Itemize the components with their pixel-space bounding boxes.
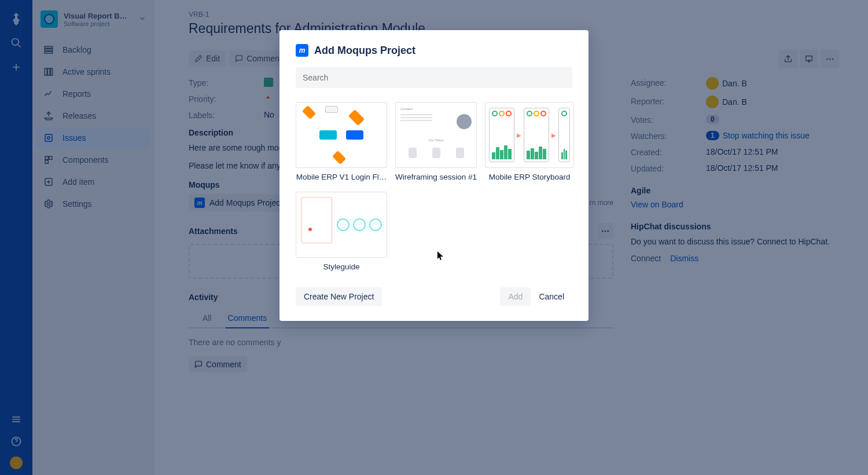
project-grid: Mobile ERP V1 Login Fl… Content Our Team… — [296, 102, 572, 271]
cancel-button[interactable]: Cancel — [531, 287, 572, 306]
create-new-project-button[interactable]: Create New Project — [296, 287, 382, 306]
moqups-logo-icon: m — [296, 44, 308, 57]
project-card[interactable]: Styleguide — [296, 192, 387, 271]
project-name: Styleguide — [296, 262, 387, 271]
search-input[interactable] — [296, 67, 572, 88]
project-name: Wireframing session #1 — [395, 173, 477, 181]
add-moqups-modal: m Add Moqups Project Mobile ERP V1 Login… — [279, 30, 589, 321]
project-thumbnail — [296, 102, 387, 168]
add-button[interactable]: Add — [500, 287, 531, 306]
project-thumbnail: ▶ ▶ — [485, 102, 574, 168]
modal-title: Add Moqups Project — [314, 45, 415, 57]
project-thumbnail — [296, 192, 387, 258]
project-card[interactable]: Content Our Team Wireframing session #1 — [395, 102, 477, 181]
project-card[interactable]: Mobile ERP V1 Login Fl… — [296, 102, 387, 181]
project-name: Mobile ERP V1 Login Fl… — [296, 173, 387, 181]
project-name: Mobile ERP Storyboard — [485, 173, 574, 181]
project-thumbnail: Content Our Team — [395, 102, 477, 168]
project-card[interactable]: ▶ ▶ Mobile ERP Storyboard — [485, 102, 574, 181]
modal-overlay[interactable]: m Add Moqups Project Mobile ERP V1 Login… — [0, 0, 868, 475]
